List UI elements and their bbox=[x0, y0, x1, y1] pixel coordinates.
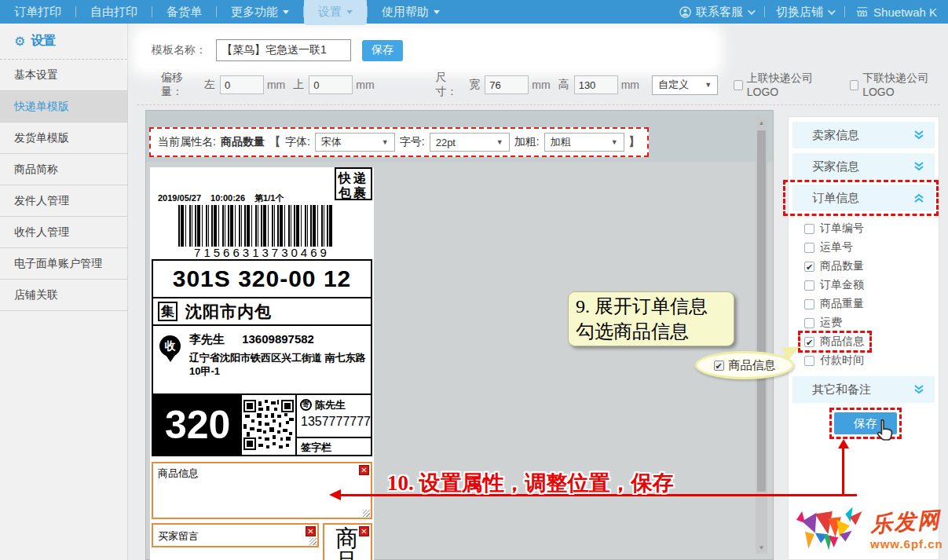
qr-code bbox=[242, 395, 295, 455]
sidebar-item-receiver-mgmt[interactable]: 收件人管理 bbox=[0, 217, 127, 248]
logo-top-checkbox[interactable] bbox=[734, 80, 743, 90]
sidebar-title: ⚙ 设置 bbox=[0, 24, 127, 60]
section-seller-info[interactable]: 卖家信息 bbox=[792, 122, 935, 148]
dropdown-arrow-icon bbox=[346, 10, 353, 14]
sidebar-item-sender-mgmt[interactable]: 发件人管理 bbox=[0, 185, 127, 217]
select-arrow-icon: ▼ bbox=[382, 138, 389, 146]
offset-left-label: 左 bbox=[204, 78, 215, 92]
receiver-address: 辽宁省沈阳市铁西区兴工街道 南七东路10甲-1 bbox=[189, 351, 368, 378]
sidebar-item-shop-link[interactable]: 店铺关联 bbox=[0, 280, 127, 311]
font-select[interactable]: 宋体▼ bbox=[315, 133, 395, 152]
field-row-product-weight: 商品重量 bbox=[804, 295, 870, 313]
chevron-double-up-icon bbox=[913, 193, 924, 203]
field-row-waybill-number: 运单号 bbox=[804, 238, 859, 257]
qr-code-image bbox=[243, 400, 294, 450]
label-body: 301S 320-00 12 集 沈阳市内包 收 李先生 bbox=[150, 261, 374, 560]
shipping-fee-checkbox[interactable] bbox=[804, 318, 814, 328]
dropdown-arrow-icon bbox=[283, 10, 289, 14]
scroll-up-button[interactable]: ▲ bbox=[756, 117, 767, 129]
logo-top-label: 上联快递公司LOGO bbox=[747, 71, 833, 98]
code-row: 320 bbox=[152, 393, 372, 456]
section-divider bbox=[137, 104, 940, 105]
close-icon[interactable]: ✕ bbox=[359, 465, 369, 475]
sidebar-item-product-abbrev[interactable]: 商品简称 bbox=[0, 154, 127, 185]
field-row-order-number: 订单编号 bbox=[804, 219, 870, 238]
sidebar-item-shipping-template[interactable]: 发货单模版 bbox=[0, 123, 127, 154]
font-size-select[interactable]: 22pt▼ bbox=[430, 133, 510, 152]
site-name: 乐发网 bbox=[869, 504, 944, 539]
resize-handle[interactable] bbox=[363, 510, 370, 517]
waybill-number-checkbox[interactable] bbox=[804, 243, 814, 253]
font-label: 字体: bbox=[285, 135, 310, 149]
buyer-message-field[interactable]: 买家留言 ✕ bbox=[152, 523, 319, 547]
label-preview: 快递包裹 2019/05/2710:00:26第1/1个 71566313730… bbox=[150, 167, 374, 560]
offset-top-input[interactable] bbox=[309, 75, 353, 94]
sender-name: 陈先生 bbox=[315, 398, 346, 412]
person-circle-icon bbox=[679, 6, 691, 18]
chevron-double-down-icon bbox=[913, 162, 924, 171]
package-type-box: 快递包裹 bbox=[335, 167, 372, 200]
top-navbar: 订单打印 自由打印 备货单 更多功能 设置 使用帮助 联系客服 切换店铺 Shu… bbox=[0, 0, 948, 24]
height-input[interactable] bbox=[574, 75, 618, 94]
receiver-pin-icon: 收 bbox=[159, 335, 181, 365]
nav-free-print[interactable]: 自由打印 bbox=[76, 0, 152, 24]
order-number-checkbox[interactable] bbox=[804, 224, 814, 234]
app-window: 订单打印 自由打印 备货单 更多功能 设置 使用帮助 联系客服 切换店铺 Shu… bbox=[0, 0, 948, 560]
contact-service-menu[interactable]: 联系客服 bbox=[668, 0, 764, 24]
nav-help[interactable]: 使用帮助 bbox=[368, 0, 454, 24]
offset-label: 偏移量： bbox=[161, 71, 199, 99]
width-input[interactable] bbox=[485, 75, 529, 94]
section-other-notes[interactable]: 其它和备注 bbox=[792, 376, 935, 403]
receiver-name: 李先生 bbox=[189, 332, 225, 346]
print-date-line: 2019/05/2710:00:26第1/1个 bbox=[158, 192, 293, 204]
nav-more-functions[interactable]: 更多功能 bbox=[217, 0, 303, 24]
offset-left-input[interactable] bbox=[220, 75, 264, 94]
site-logo: 乐发网 www.6pf.cn bbox=[795, 499, 944, 558]
sidebar-item-ewaybill-account[interactable]: 电子面单账户管理 bbox=[0, 248, 127, 280]
nav-settings[interactable]: 设置 bbox=[304, 0, 367, 25]
select-arrow-icon: ▼ bbox=[611, 138, 618, 146]
switch-shop-menu[interactable]: 切换店铺 bbox=[765, 0, 844, 24]
property-prefix: 当前属性名: bbox=[158, 135, 216, 149]
bubble-checkbox-icon bbox=[714, 361, 724, 371]
order-amount-checkbox[interactable] bbox=[804, 280, 814, 291]
select-arrow-icon: ▼ bbox=[496, 138, 503, 146]
close-icon[interactable]: ✕ bbox=[359, 526, 369, 536]
field-row-payment-time: 付款时间 bbox=[804, 351, 870, 370]
collect-row: 集 沈阳市内包 bbox=[152, 297, 372, 326]
product-info-bubble: 商品信息 bbox=[695, 351, 794, 379]
field-row-product-quantity: 商品数量 bbox=[804, 257, 870, 276]
size-label: 尺寸： bbox=[436, 71, 465, 99]
big-sort-code: 320 bbox=[153, 395, 242, 455]
step10-annotation: 10. 设置属性，调整位置，保存 bbox=[387, 469, 674, 497]
nav-stock-list[interactable]: 备货单 bbox=[152, 0, 216, 24]
resize-handle[interactable] bbox=[309, 538, 317, 545]
template-name-input[interactable] bbox=[216, 39, 351, 61]
sidebar-item-express-template[interactable]: 快递单模版 bbox=[0, 91, 127, 123]
field-row-shipping-fee: 运费 bbox=[804, 313, 848, 332]
size-mode-select[interactable]: 自定义▼ bbox=[652, 75, 718, 95]
sidebar-item-basic-settings[interactable]: 基本设置 bbox=[0, 60, 127, 91]
scrollbar-thumb[interactable] bbox=[757, 130, 766, 492]
nav-order-print[interactable]: 订单打印 bbox=[0, 0, 75, 24]
hand-cursor-icon bbox=[873, 418, 898, 448]
logo-bottom-checkbox[interactable] bbox=[850, 80, 859, 90]
product-info-checkbox[interactable] bbox=[804, 337, 814, 347]
bold-select[interactable]: 加粗▼ bbox=[544, 133, 624, 152]
chevron-double-down-icon bbox=[913, 385, 924, 394]
red-arrow-vertical bbox=[842, 448, 844, 496]
close-icon[interactable]: ✕ bbox=[306, 526, 316, 536]
save-template-button[interactable]: 保存 bbox=[362, 40, 403, 61]
product-quantity-field[interactable]: 商品数量 ✕ bbox=[323, 523, 372, 560]
offset-top-label: 上 bbox=[293, 78, 304, 92]
product-quantity-checkbox[interactable] bbox=[804, 262, 814, 272]
scroll-down-button[interactable]: ▼ bbox=[756, 542, 767, 554]
payment-time-checkbox[interactable] bbox=[804, 356, 814, 366]
receiver-phone: 13609897582 bbox=[242, 332, 314, 346]
field-row-product-info: 商品信息 bbox=[804, 332, 870, 351]
section-buyer-info[interactable]: 买家信息 bbox=[792, 153, 935, 180]
property-name: 商品数量 bbox=[221, 135, 265, 149]
product-weight-checkbox[interactable] bbox=[804, 299, 814, 309]
shop-account[interactable]: Shuetwah K bbox=[845, 0, 948, 24]
section-order-info[interactable]: 订单信息 bbox=[792, 185, 935, 211]
